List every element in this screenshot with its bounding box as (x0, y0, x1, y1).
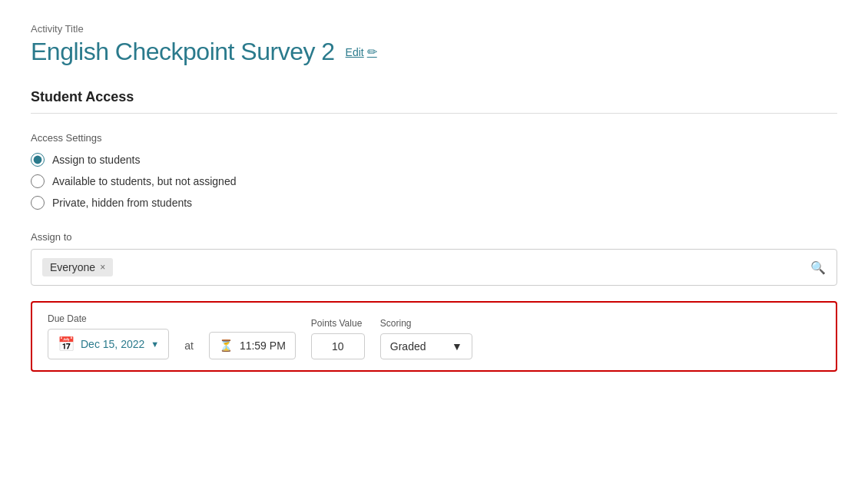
time-field[interactable]: ⏳ 11:59 PM (209, 332, 296, 359)
radio-option-private[interactable]: Private, hidden from students (31, 196, 837, 210)
activity-label-text: Activity Title (31, 23, 837, 35)
radio-private[interactable] (31, 196, 45, 210)
at-label: at (184, 339, 194, 359)
points-group: Points Value (311, 318, 365, 359)
scoring-chevron-icon: ▼ (452, 340, 462, 353)
radio-available-label: Available to students, but not assigned (52, 175, 236, 187)
radio-private-label: Private, hidden from students (52, 197, 192, 209)
points-input[interactable] (311, 333, 365, 359)
due-date-picker[interactable]: 📅 Dec 15, 2022 ▼ (48, 329, 169, 359)
scoring-label: Scoring (380, 318, 472, 329)
radio-assign[interactable] (31, 153, 45, 167)
due-date-value: Dec 15, 2022 (81, 338, 144, 350)
edit-icon: ✏ (367, 45, 377, 59)
calendar-icon: 📅 (58, 336, 75, 353)
radio-option-assign[interactable]: Assign to students (31, 153, 837, 167)
scoring-group: Scoring Graded ▼ (380, 318, 472, 359)
activity-title: English Checkpoint Survey 2 (31, 38, 335, 66)
access-radio-group: Assign to students Available to students… (31, 153, 837, 210)
points-label: Points Value (311, 318, 365, 329)
due-date-section: Due Date 📅 Dec 15, 2022 ▼ at ⏳ 11:59 PM … (31, 301, 837, 372)
time-value: 11:59 PM (240, 339, 286, 352)
radio-option-available[interactable]: Available to students, but not assigned (31, 174, 837, 188)
section-divider (31, 113, 837, 114)
student-access-title: Student Access (31, 89, 837, 105)
radio-available[interactable] (31, 174, 45, 188)
time-group: ⏳ 11:59 PM (209, 332, 296, 359)
scoring-value: Graded (390, 340, 426, 353)
edit-link[interactable]: Edit ✏ (346, 45, 377, 59)
access-settings-label: Access Settings (31, 132, 837, 144)
date-chevron-icon: ▼ (151, 339, 159, 349)
everyone-tag[interactable]: Everyone × (42, 258, 113, 276)
due-date-group: Due Date 📅 Dec 15, 2022 ▼ (48, 313, 169, 359)
assign-search-icon: 🔍 (810, 260, 826, 275)
everyone-tag-text: Everyone (50, 261, 95, 273)
due-date-label: Due Date (48, 313, 169, 324)
assign-to-box[interactable]: Everyone × 🔍 (31, 249, 837, 286)
tag-close-icon[interactable]: × (100, 262, 105, 273)
edit-label: Edit (346, 46, 364, 58)
assign-to-label: Assign to (31, 231, 837, 243)
scoring-select[interactable]: Graded ▼ (380, 333, 472, 359)
radio-assign-label: Assign to students (52, 154, 140, 166)
time-icon: ⏳ (219, 339, 234, 353)
